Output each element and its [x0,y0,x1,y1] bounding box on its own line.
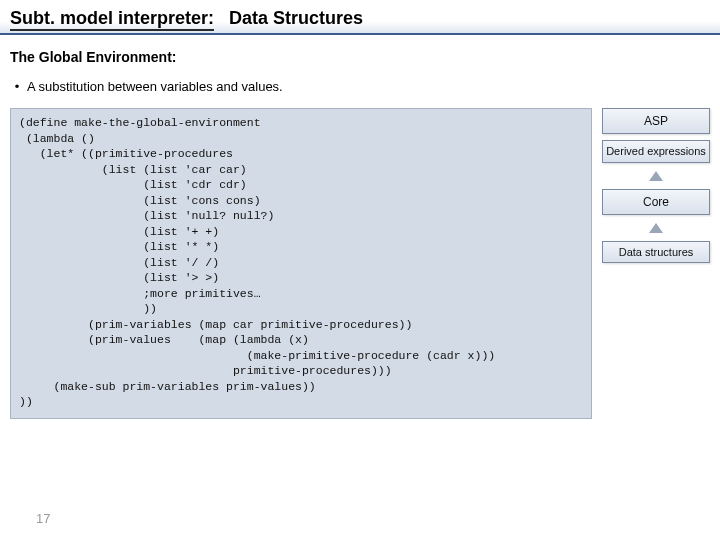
bullet-text: A substitution between variables and val… [27,79,283,94]
bullet-dot: • [10,79,24,94]
content-row: (define make-the-global-environment (lam… [0,108,720,419]
title-prefix: Subt. model interpreter: [10,8,214,31]
arrow-icon [649,171,663,181]
box-asp: ASP [602,108,710,134]
arrow-icon [649,223,663,233]
code-block: (define make-the-global-environment (lam… [10,108,592,419]
box-derived: Derived expressions [602,140,710,163]
side-diagram: ASP Derived expressions Core Data struct… [602,108,710,263]
title-topic: Data Structures [229,8,363,28]
section-heading: The Global Environment: [0,35,720,73]
box-core: Core [602,189,710,215]
page-number: 17 [36,511,50,526]
slide-header: Subt. model interpreter: Data Structures [0,0,720,35]
box-data-structures: Data structures [602,241,710,264]
slide-title: Subt. model interpreter: Data Structures [10,8,710,29]
bullet-line: • A substitution between variables and v… [0,73,720,108]
